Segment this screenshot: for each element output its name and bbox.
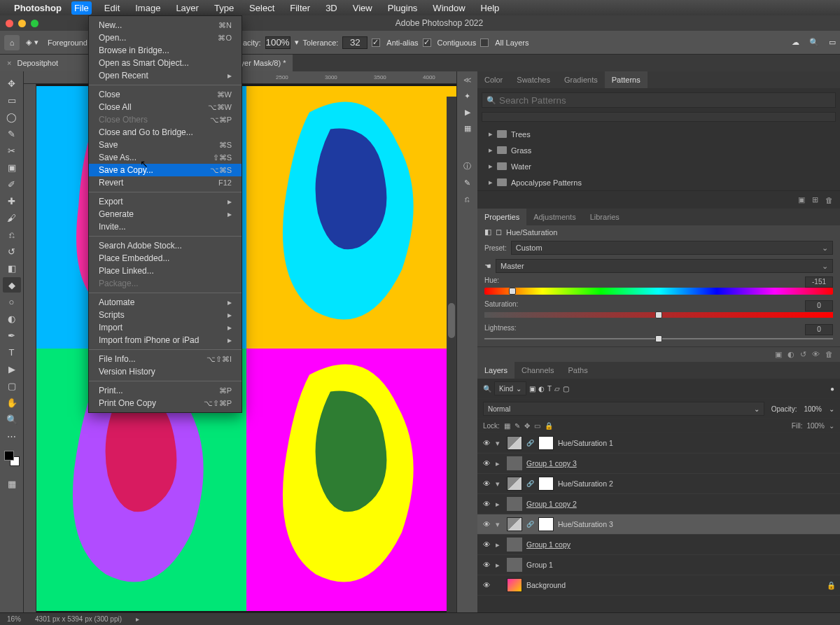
clone-panel-icon[interactable]: ⎌ <box>465 195 470 203</box>
hand-icon[interactable]: ☚ <box>484 262 491 271</box>
menu-item-export[interactable]: Export▸ <box>89 195 241 208</box>
tab-properties[interactable]: Properties <box>477 209 526 225</box>
menu-item-version-history[interactable]: Version History <box>89 365 241 378</box>
menu-help[interactable]: Help <box>478 1 503 15</box>
zoom-level[interactable]: 16% <box>7 615 21 623</box>
learn-icon[interactable]: ✦ <box>464 92 470 101</box>
pattern-folder[interactable]: ▸Apocalypse Patterns <box>477 174 840 190</box>
quick-select-tool[interactable]: ✎ <box>3 126 21 141</box>
layer-row[interactable]: 👁▾🔗Hue/Saturation 2 <box>477 474 840 494</box>
lasso-tool[interactable]: ◯ <box>3 109 21 125</box>
path-select-tool[interactable]: ▶ <box>3 361 21 377</box>
menu-window[interactable]: Window <box>430 1 468 15</box>
menu-type[interactable]: Type <box>211 1 237 15</box>
cloud-icon[interactable]: ☁ <box>792 38 799 47</box>
opacity-field[interactable] <box>265 36 290 49</box>
menu-view[interactable]: View <box>350 1 375 15</box>
menu-item-save[interactable]: Save⌘S <box>89 139 241 151</box>
menu-item-search-adobe-stock-[interactable]: Search Adobe Stock... <box>89 239 241 252</box>
tab-swatches[interactable]: Swatches <box>510 71 557 88</box>
frame-tool[interactable]: ▣ <box>3 160 21 175</box>
layer-opacity-value[interactable]: 100% <box>804 405 822 413</box>
reset-icon[interactable]: ↺ <box>800 350 806 359</box>
trash-icon[interactable]: 🗑 <box>825 350 833 359</box>
minimize-window-icon[interactable] <box>18 20 26 27</box>
visibility-icon[interactable]: 👁 <box>482 540 491 549</box>
lock-pixels-icon[interactable]: ▦ <box>504 422 510 430</box>
menu-item-import[interactable]: Import▸ <box>89 321 241 334</box>
menu-item-save-a-copy-[interactable]: Save a Copy...⌥⌘S <box>89 164 241 176</box>
layer-row[interactable]: 👁Background🔒 <box>477 575 840 596</box>
add-group-icon[interactable]: ▣ <box>798 195 805 204</box>
lock-artboard-icon[interactable]: ▭ <box>534 422 540 430</box>
tab-adjustments[interactable]: Adjustments <box>526 209 583 225</box>
menu-item-open-as-smart-object-[interactable]: Open as Smart Object... <box>89 57 241 69</box>
layer-row[interactable]: 👁▸Group 1 copy <box>477 535 840 555</box>
menu-edit[interactable]: Edit <box>102 1 122 15</box>
chevron-left-icon[interactable]: ≪ <box>463 76 472 85</box>
filter-shape-icon[interactable]: ▱ <box>554 385 560 393</box>
filter-kind-dropdown[interactable]: Kind⌄ <box>494 381 526 395</box>
visibility-icon[interactable]: 👁 <box>482 439 491 447</box>
filter-toggle[interactable]: ● <box>830 385 834 393</box>
menu-item-browse-in-bridge-[interactable]: Browse in Bridge... <box>89 44 241 57</box>
menu-image[interactable]: Image <box>132 1 163 15</box>
preset-dropdown[interactable]: Custom⌄ <box>511 241 833 255</box>
menu-item-generate[interactable]: Generate▸ <box>89 208 241 220</box>
filter-pixel-icon[interactable]: ▣ <box>529 385 536 393</box>
tab-layers[interactable]: Layers <box>477 362 514 379</box>
pattern-folder[interactable]: ▸Grass <box>477 142 840 158</box>
lock-move-icon[interactable]: ✥ <box>524 422 530 430</box>
tab-libraries[interactable]: Libraries <box>583 209 626 225</box>
fill-value[interactable]: 100% <box>806 422 825 430</box>
doc-info[interactable]: 4301 px x 5394 px (300 ppi) <box>35 615 122 623</box>
close-window-icon[interactable] <box>6 20 13 27</box>
visibility-icon[interactable]: 👁 <box>482 520 491 528</box>
pattern-folder[interactable]: ▸Trees <box>477 126 840 142</box>
menu-item-automate[interactable]: Automate▸ <box>89 296 241 309</box>
pen-tool[interactable]: ✒ <box>3 328 21 343</box>
vertical-scrollbar[interactable] <box>447 97 456 612</box>
type-tool[interactable]: T <box>3 344 21 360</box>
marquee-tool[interactable]: ▭ <box>3 92 21 108</box>
crop-tool[interactable]: ✂ <box>3 143 21 158</box>
menu-plugins[interactable]: Plugins <box>385 1 421 15</box>
hand-tool[interactable]: ✋ <box>3 395 21 410</box>
tab-gradients[interactable]: Gradients <box>557 71 605 88</box>
tab-patterns[interactable]: Patterns <box>605 71 648 88</box>
menu-item-close-all[interactable]: Close All⌥⌘W <box>89 101 241 113</box>
search-icon[interactable]: 🔍 <box>809 38 819 47</box>
info-icon[interactable]: ⓘ <box>463 161 471 171</box>
menu-item-save-as-[interactable]: Save As...⇧⌘S <box>89 151 241 164</box>
visibility-icon[interactable]: 👁 <box>812 350 820 359</box>
menu-item-place-embedded-[interactable]: Place Embedded... <box>89 252 241 265</box>
blur-tool[interactable]: ○ <box>3 294 21 309</box>
new-pattern-icon[interactable]: ⊞ <box>812 195 818 204</box>
menu-item-import-from-iphone-or-ipad[interactable]: Import from iPhone or iPad▸ <box>89 334 241 346</box>
filter-smart-icon[interactable]: ▢ <box>563 385 569 393</box>
tolerance-field[interactable] <box>342 36 368 49</box>
menu-item-close[interactable]: Close⌘W <box>89 88 241 101</box>
layer-row[interactable]: 👁▸Group 1 <box>477 555 840 575</box>
menu-item-print-[interactable]: Print...⌘P <box>89 384 241 397</box>
zoom-window-icon[interactable] <box>31 20 38 27</box>
paint-bucket-tool[interactable]: ◆ <box>3 277 21 293</box>
paint-bucket-icon[interactable]: ◈ ▾ <box>24 35 41 50</box>
clip-icon[interactable]: ▣ <box>775 350 782 359</box>
zoom-tool[interactable]: 🔍 <box>3 412 21 427</box>
brush-tool[interactable]: 🖌 <box>3 210 21 225</box>
blend-mode-dropdown[interactable]: Normal⌄ <box>483 402 764 416</box>
grid-icon[interactable]: ▦ <box>464 124 471 133</box>
menu-item-print-one-copy[interactable]: Print One Copy⌥⇧⌘P <box>89 397 241 409</box>
visibility-icon[interactable]: 👁 <box>482 500 491 508</box>
home-button[interactable]: ⌂ <box>4 35 20 50</box>
antialias-checkbox[interactable] <box>372 38 380 47</box>
quick-mask-icon[interactable]: ▦ <box>3 476 21 491</box>
tab-color[interactable]: Color <box>477 71 510 88</box>
dodge-tool[interactable]: ◐ <box>3 311 21 326</box>
app-name[interactable]: Photoshop <box>14 3 62 13</box>
workspace-icon[interactable]: ▭ <box>829 38 836 47</box>
layer-row[interactable]: 👁▸Group 1 copy 3 <box>477 454 840 474</box>
layer-row[interactable]: 👁▾🔗Hue/Saturation 3 <box>477 514 840 535</box>
hue-slider[interactable] <box>484 288 833 295</box>
